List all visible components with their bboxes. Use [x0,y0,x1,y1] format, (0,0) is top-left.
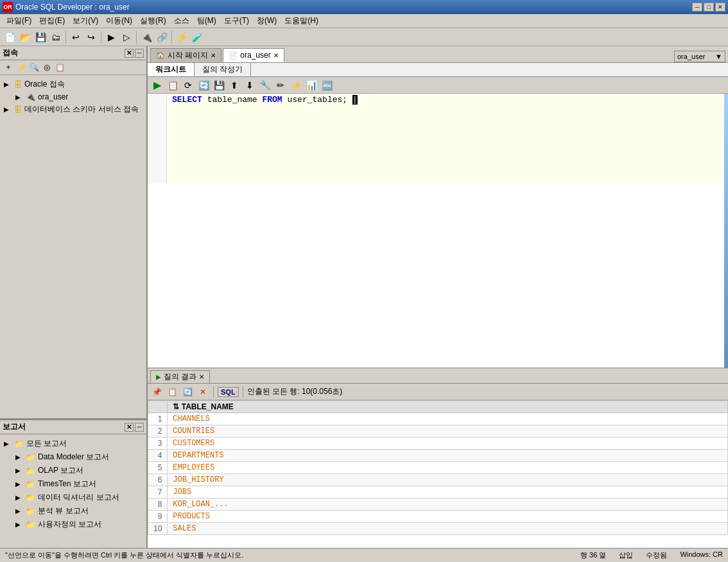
data-profiler-btn[interactable]: 📊 [304,78,318,92]
menu-help[interactable]: 도움말(H) [281,14,322,28]
status-hint: "선언으로 이동"을 수행하려면 Ctrl 키를 누른 상태에서 식별자를 누르… [5,550,243,560]
search-panel-minimize[interactable]: ─ [135,49,144,58]
table-row: 10SALES [148,523,728,535]
menu-run[interactable]: 실행(R) [136,14,170,28]
tb-run-script[interactable]: ▷ [119,30,134,44]
line-number-1 [148,94,167,183]
tb-new-file[interactable]: 📄 [3,30,17,44]
connection-dropdown[interactable]: ora_user ▼ [674,51,725,62]
menu-view[interactable]: 보기(V) [69,14,102,28]
refresh-connections-btn[interactable]: ⚡ [15,62,27,73]
tree-item-schema-service[interactable]: ▶ 🗄 데이터베이스 스키마 서비스 접속 [3,103,144,116]
results-tab-query[interactable]: ▶ 질의 결과 ✕ [150,370,210,383]
results-copy-btn[interactable]: 📋 [166,386,178,398]
reports-panel-minimize[interactable]: ─ [135,423,144,432]
tb-redo[interactable]: ↪ [84,30,98,44]
tb-open[interactable]: 📂 [18,30,32,44]
results-delete-btn[interactable]: ✕ [196,386,209,398]
tab-start-page[interactable]: 🏠 시작 페이지 ✕ [150,48,221,62]
table-name-cell: KOR_LOAN_... [168,498,728,511]
editor-text-1[interactable]: SELECT table_name FROM user_tables; | [167,94,728,183]
ws-tab-query-builder[interactable]: 질의 작성기 [195,63,251,76]
report-item-timesten[interactable]: ▶ 📁 TimesTen 보고서 [3,477,144,491]
data-modeler-reports-label: Data Modeler 보고서 [38,452,109,463]
find-replace-btn[interactable]: ✏ [273,78,288,92]
pin-btn[interactable]: 📌 [150,386,163,398]
row-number: 3 [148,438,168,450]
format-sql-btn[interactable]: 🔧 [258,78,272,92]
autotrace-btn[interactable]: 🔄 [196,78,211,92]
filter-btn[interactable]: ◎ [41,62,53,73]
tb-connect-all[interactable]: 🔗 [155,30,169,44]
explain-plan-btn[interactable]: 💾 [212,78,226,92]
menu-team[interactable]: 팀(M) [193,14,220,28]
tt-folder-icon: 📁 [26,480,35,489]
edit-mode: 삽입 [619,550,633,560]
add-connection-btn[interactable]: + [3,62,14,73]
copy-tree-btn[interactable]: 📋 [54,62,65,73]
reports-panel-close[interactable]: ✕ [125,423,134,432]
results-info: 인출된 모든 행: 10(0.056초) [247,386,343,397]
search-panel-close[interactable]: ✕ [125,49,134,58]
search-toolbar: + ⚡ 🔍 ◎ 📋 [0,60,146,75]
report-item-all[interactable]: ▶ 📁 모든 보고서 [3,437,144,450]
table-name-cell: CHANNELS [168,413,728,425]
editor-area: SELECT table_name FROM user_tables; | [148,94,728,368]
report-item-analytics[interactable]: ▶ 📁 분석 뷰 보고서 [3,504,144,518]
editor-scroll-area[interactable]: SELECT table_name FROM user_tables; | [148,94,728,368]
results-table-container[interactable]: ⇅ TABLE_NAME 1CHANNELS2COUNTRIES3CUSTOME… [148,400,728,548]
close-button[interactable]: ✕ [715,3,725,12]
report-item-datamodeler[interactable]: ▶ 📁 Data Modeler 보고서 [3,450,144,464]
left-panel: 접속 ✕ ─ + ⚡ 🔍 ◎ 📋 ▶ 🗄 Oracle 접속 [0,46,148,548]
row-number: 6 [148,474,168,486]
row-number: 2 [148,425,168,438]
tb-unit-test[interactable]: 🧪 [190,30,204,44]
tb-undo[interactable]: ↩ [69,30,83,44]
report-item-custom[interactable]: ▶ 📁 사용자정의 보고서 [3,518,144,531]
oracle-connections-label: Oracle 접속 [24,79,65,90]
results-tab-close[interactable]: ✕ [199,373,204,380]
profiler-btn[interactable]: ⚡ [289,78,303,92]
ora-user-tab-close[interactable]: ✕ [273,52,279,59]
sql-select-keyword: SELECT [172,95,202,105]
minimize-button[interactable]: ─ [692,3,702,12]
analytics-reports-label: 분석 뷰 보고서 [38,506,89,516]
results-refresh-btn[interactable]: 🔄 [181,386,194,398]
report-item-olap[interactable]: ▶ 📁 OLAP 보고서 [3,464,144,477]
history-fwd-btn[interactable]: ⬇ [243,78,257,92]
run-script-btn[interactable]: 📋 [166,78,180,92]
sort-icon: ⇅ [173,402,181,411]
row-number: 1 [148,413,168,425]
tb-save[interactable]: 💾 [33,30,48,44]
menu-edit[interactable]: 편집(E) [35,14,69,28]
run-statement-btn[interactable]: ▶ [150,78,164,92]
tb-migrate[interactable]: ⚡ [175,30,189,44]
sql-usertables: user_tables; [287,95,347,105]
table-name-cell: DEPARTMENTS [168,450,728,462]
ws-tab-worksheet[interactable]: 워크시트 [148,63,195,76]
tree-item-ora-user[interactable]: ▶ 🔌 ora_user [3,91,144,103]
menu-window[interactable]: 창(W) [253,14,281,28]
cancel-btn[interactable]: ⟳ [181,78,195,92]
toolbar-sep-1 [65,31,66,44]
start-page-tab-close[interactable]: ✕ [211,52,216,59]
maximize-button[interactable]: □ [704,3,714,12]
menu-navigate[interactable]: 이동(N) [102,14,136,28]
tab-bar: 🏠 시작 페이지 ✕ 📄 ora_user ✕ ora_user ▼ [148,46,728,63]
menu-tools[interactable]: 도구(T) [220,14,253,28]
tb-run[interactable]: ▶ [104,30,118,44]
history-back-btn[interactable]: ⬆ [227,78,241,92]
tb-connect[interactable]: 🔌 [139,30,153,44]
report-item-datadict[interactable]: ▶ 📁 데이터 딕셔너리 보고서 [3,491,144,504]
search-connections-btn[interactable]: 🔍 [28,62,40,73]
toggle-comments-btn[interactable]: 🔤 [320,78,334,92]
tree-item-oracle[interactable]: ▶ 🗄 Oracle 접속 [3,78,144,91]
menu-source[interactable]: 소스 [170,14,193,28]
menu-file[interactable]: 파일(F) [3,14,35,28]
analytics-folder-icon: 📁 [26,507,35,516]
table-name-header[interactable]: ⇅ TABLE_NAME [168,401,728,413]
orauser-icon: 🔌 [26,92,35,101]
results-tab-label: 질의 결과 [164,371,196,382]
tab-ora-user[interactable]: 📄 ora_user ✕ [223,48,284,62]
tb-save-all[interactable]: 🗂 [49,30,63,44]
